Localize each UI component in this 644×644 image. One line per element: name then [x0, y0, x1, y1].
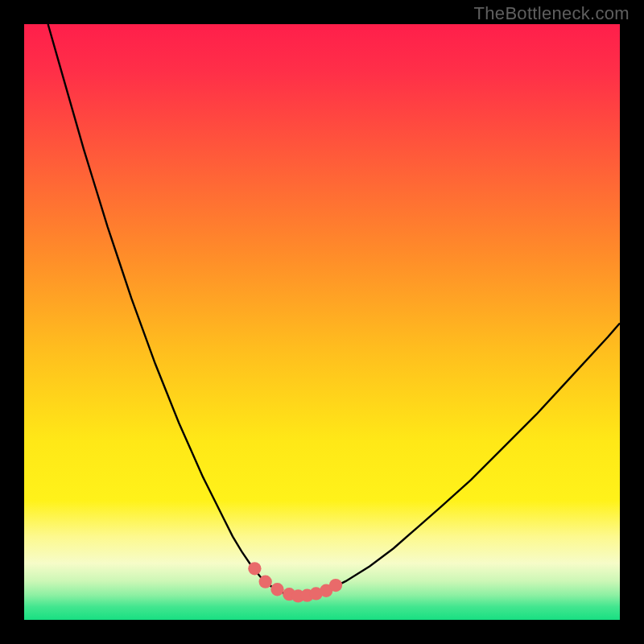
marker-dot	[259, 576, 272, 588]
chart-svg	[24, 24, 620, 620]
marker-dot	[248, 562, 261, 575]
chart-frame: TheBottleneck.com	[0, 0, 644, 644]
watermark-text: TheBottleneck.com	[474, 3, 630, 24]
plot-area	[24, 24, 620, 620]
gradient-background	[24, 24, 620, 620]
marker-dot	[329, 579, 342, 592]
marker-dot	[270, 583, 283, 596]
